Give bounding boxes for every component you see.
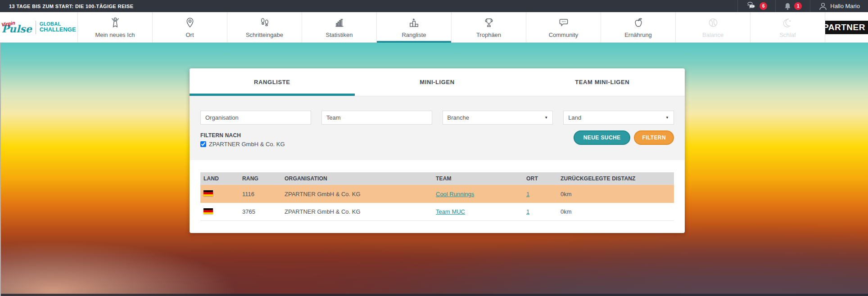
col-header-team: TEAM — [433, 175, 523, 182]
podium-icon — [408, 17, 420, 29]
germany-flag-icon — [203, 208, 213, 214]
chat-badge: 6 — [760, 2, 767, 10]
team-link[interactable]: Team MUC — [436, 208, 465, 215]
table-row: 3765 ZPARTNER GmbH & Co. KG Team MUC 1 0… — [200, 203, 674, 221]
bottom-strip — [1, 294, 868, 296]
nav-label: Schritteingabe — [246, 31, 283, 38]
cell-organisation: ZPARTNER GmbH & Co. KG — [281, 208, 433, 215]
zpartner-logo: Z PARTNER — [825, 21, 868, 34]
col-header-ort: ORT — [523, 175, 557, 182]
branche-select[interactable]: Branche ▼ — [443, 111, 553, 125]
nav-label: Rangliste — [402, 31, 426, 38]
team-link[interactable]: Cool Runnings — [436, 191, 474, 197]
nav-item-community[interactable]: Community — [526, 12, 601, 42]
topbar-actions: 6 1 Hallo Mario — [737, 0, 868, 12]
balance-swirl-icon — [707, 17, 719, 29]
bar-chart-icon — [333, 17, 346, 29]
organisation-filter-label: ZPARTNER GmbH & Co. KG — [209, 141, 285, 148]
announcement-bar: 13 TAGE BIS ZUM START: DIE 100-TÄGIGE RE… — [0, 0, 868, 12]
nav-item-statistiken[interactable]: Rangliste Statistiken — [302, 12, 376, 42]
tab-team-mini-ligen[interactable]: TEAM MINI-LIGEN — [520, 68, 685, 96]
zpartner-wordmark: PARTNER — [825, 21, 868, 34]
moon-icon — [782, 17, 794, 29]
global-challenge-wordmark: GLOBAL CHALLENGE — [40, 22, 76, 33]
nav-item-ort[interactable]: Ort — [152, 12, 227, 42]
footsteps-icon — [258, 17, 271, 29]
ort-link[interactable]: 1 — [526, 191, 529, 197]
filtern-button[interactable]: FILTERN — [634, 130, 674, 145]
notifications-badge: 1 — [794, 2, 802, 10]
account-menu[interactable]: Hallo Mario — [810, 0, 868, 12]
main-nav: Virgin Pulse GLOBAL CHALLENGE Mein neues… — [0, 12, 868, 43]
sunset-background: RANGLISTE MINI-LIGEN TEAM MINI-LIGEN Bra… — [0, 43, 868, 296]
col-header-land: LAND — [200, 175, 239, 182]
partner-logo-cell: Z PARTNER — [825, 12, 868, 42]
germany-flag-icon — [203, 190, 213, 196]
organisation-input[interactable] — [200, 111, 311, 125]
filter-section: Branche ▼ Land ▼ FILTERN NACH ZPARTNER G… — [190, 96, 685, 160]
nav-item-schlaf: Schlaf — [750, 12, 825, 42]
nav-label: Trophäen — [476, 31, 501, 38]
rankings-table: LAND RANG ORGANISATION TEAM ORT ZURÜCKGE… — [190, 160, 685, 221]
nav-item-ernaehrung[interactable]: Ernährung — [601, 12, 675, 42]
apple-icon — [632, 17, 645, 29]
logo-divider — [36, 21, 36, 34]
trophy-icon — [483, 17, 495, 29]
filter-buttons: NEUE SUCHE FILTERN — [574, 130, 674, 145]
ort-link[interactable]: 1 — [526, 208, 529, 215]
chevron-down-icon: ▼ — [544, 116, 548, 120]
team-input[interactable] — [321, 111, 432, 125]
nav-label: Schlaf — [779, 31, 796, 38]
table-header-row: LAND RANG ORGANISATION TEAM ORT ZURÜCKGE… — [200, 172, 674, 185]
filter-fields: Branche ▼ Land ▼ — [200, 111, 674, 125]
nav-label: Ort — [185, 31, 194, 38]
active-tab-indicator — [190, 94, 355, 96]
virgin-pulse-logo[interactable]: Virgin Pulse GLOBAL CHALLENGE — [0, 12, 77, 42]
branche-select-value: Branche — [448, 114, 469, 121]
cell-organisation: ZPARTNER GmbH & Co. KG — [281, 191, 433, 197]
cell-distanz: 0km — [557, 191, 674, 197]
speech-bubble-icon — [557, 17, 570, 29]
greeting-text: Hallo Mario — [830, 3, 860, 9]
nav-label: Community — [549, 31, 579, 38]
nav-item-balance: Balance — [675, 12, 750, 42]
nav-label: Mein neues Ich — [95, 31, 135, 38]
tab-rangliste[interactable]: RANGLISTE — [190, 68, 355, 96]
chat-icon — [746, 2, 757, 10]
tab-mini-ligen[interactable]: MINI-LIGEN — [355, 68, 520, 96]
col-header-rang: RANG — [239, 175, 281, 182]
cell-rang: 1116 — [239, 191, 281, 197]
nav-item-rangliste[interactable]: Rangliste — [376, 12, 451, 42]
location-pin-icon — [184, 17, 196, 29]
announcement-text: 13 TAGE BIS ZUM START: DIE 100-TÄGIGE RE… — [0, 4, 134, 9]
nav-item-schritteingabe[interactable]: Schritteingabe — [227, 12, 302, 42]
land-select[interactable]: Land ▼ — [563, 111, 674, 125]
cell-distanz: 0km — [557, 208, 674, 215]
nav-item-mein-neues-ich[interactable]: Mein neues Ich — [77, 12, 152, 42]
land-select-value: Land — [568, 114, 581, 121]
neue-suche-button[interactable]: NEUE SUCHE — [574, 130, 631, 145]
nav-item-trophaeen[interactable]: Trophäen — [451, 12, 526, 42]
nav-label: Balance — [702, 31, 723, 38]
cell-rang: 3765 — [239, 208, 281, 215]
chevron-down-icon: ▼ — [665, 116, 669, 120]
bell-icon — [784, 2, 791, 10]
col-header-organisation: ORGANISATION — [281, 175, 433, 182]
col-header-distanz: ZURÜCKGELEGTE DISTANZ — [557, 175, 674, 182]
page: 13 TAGE BIS ZUM START: DIE 100-TÄGIGE RE… — [0, 0, 868, 296]
notifications-button[interactable]: 1 — [775, 0, 810, 12]
nav-label: Ernährung — [624, 31, 652, 38]
table-row: 1116 ZPARTNER GmbH & Co. KG Cool Running… — [200, 185, 674, 203]
person-arms-up-icon — [109, 17, 122, 29]
chat-button[interactable]: 6 — [737, 0, 775, 12]
card-tabs: RANGLISTE MINI-LIGEN TEAM MINI-LIGEN — [190, 68, 685, 96]
user-icon — [818, 2, 827, 11]
nav-label: Statistiken — [326, 31, 353, 38]
organisation-filter-checkbox[interactable] — [200, 141, 206, 147]
rankings-card: RANGLISTE MINI-LIGEN TEAM MINI-LIGEN Bra… — [190, 68, 685, 233]
